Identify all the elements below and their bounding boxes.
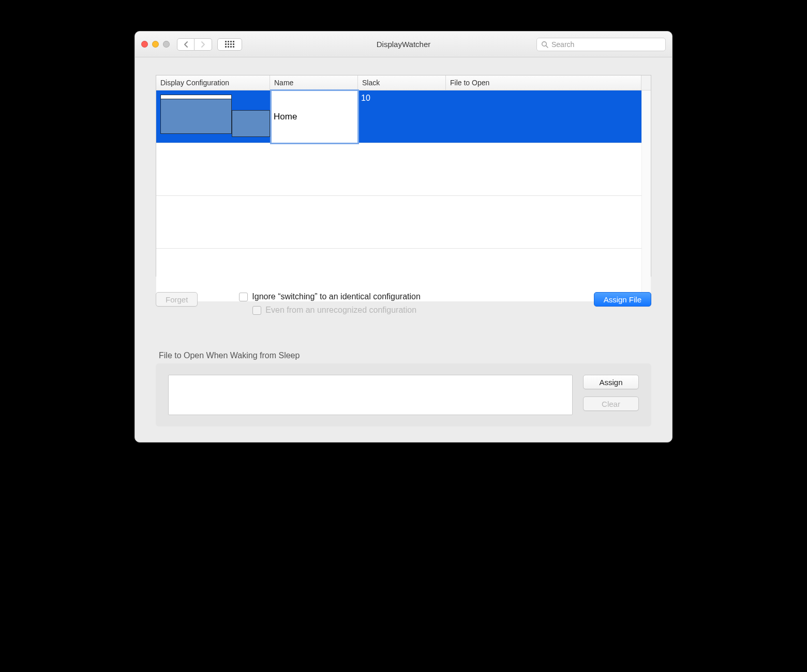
vertical-scrollbar[interactable] <box>641 90 651 301</box>
column-file[interactable]: File to Open <box>446 75 641 90</box>
search-input[interactable] <box>551 40 661 49</box>
preferences-window: DisplayWatcher Display Configuration Nam… <box>134 31 673 442</box>
slack-value: 10 <box>361 93 443 103</box>
content-area: Display Configuration Name Slack File to… <box>135 57 672 442</box>
table-header: Display Configuration Name Slack File to… <box>156 75 651 90</box>
cell-slack: 10 <box>358 90 446 143</box>
forward-button[interactable] <box>195 38 212 51</box>
zoom-window-button[interactable] <box>163 41 170 48</box>
wake-panel: Assign Clear <box>156 363 651 426</box>
monitor-primary-icon <box>160 95 232 134</box>
column-display-configuration[interactable]: Display Configuration <box>156 75 270 90</box>
column-slack[interactable]: Slack <box>358 75 446 90</box>
titlebar: DisplayWatcher <box>135 32 672 57</box>
table-row-empty[interactable] <box>156 143 641 196</box>
even-unrecognized-label: Even from an unrecognized configuration <box>265 306 416 315</box>
window-traffic-lights <box>141 41 170 48</box>
nav-buttons <box>177 38 212 51</box>
column-name[interactable]: Name <box>270 75 358 90</box>
column-scroll-gutter <box>641 75 651 90</box>
minimize-window-button[interactable] <box>152 41 159 48</box>
cell-file <box>446 90 641 143</box>
assign-file-button[interactable]: Assign File <box>594 292 651 307</box>
search-icon <box>541 41 548 48</box>
wake-assign-button[interactable]: Assign <box>583 375 639 389</box>
cell-name[interactable] <box>270 90 358 143</box>
name-edit-input[interactable] <box>270 89 359 144</box>
grid-icon <box>225 41 234 48</box>
even-unrecognized-checkbox: Even from an unrecognized configuration <box>252 306 421 315</box>
search-field[interactable] <box>536 38 666 51</box>
monitor-secondary-icon <box>232 110 270 137</box>
checkbox-box <box>239 293 248 301</box>
wake-section-label: File to Open When Waking from Sleep <box>156 351 651 360</box>
chevron-left-icon <box>184 41 188 48</box>
chevron-right-icon <box>201 41 205 48</box>
svg-line-1 <box>546 45 548 48</box>
display-arrangement-icon <box>159 93 267 141</box>
show-all-button[interactable] <box>217 38 242 51</box>
checkbox-box <box>252 306 261 315</box>
wake-file-path-display <box>168 375 573 415</box>
cell-display-configuration <box>156 90 270 143</box>
back-button[interactable] <box>177 38 195 51</box>
ignore-switching-checkbox[interactable]: Ignore “switching” to an identical confi… <box>239 292 421 301</box>
ignore-switching-label: Ignore “switching” to an identical confi… <box>252 292 421 301</box>
table-row[interactable]: 10 <box>156 90 641 143</box>
close-window-button[interactable] <box>141 41 148 48</box>
forget-button[interactable]: Forget <box>156 292 198 307</box>
table-row-empty[interactable] <box>156 196 641 249</box>
configurations-table: Display Configuration Name Slack File to… <box>156 75 651 277</box>
wake-clear-button[interactable]: Clear <box>583 396 639 411</box>
